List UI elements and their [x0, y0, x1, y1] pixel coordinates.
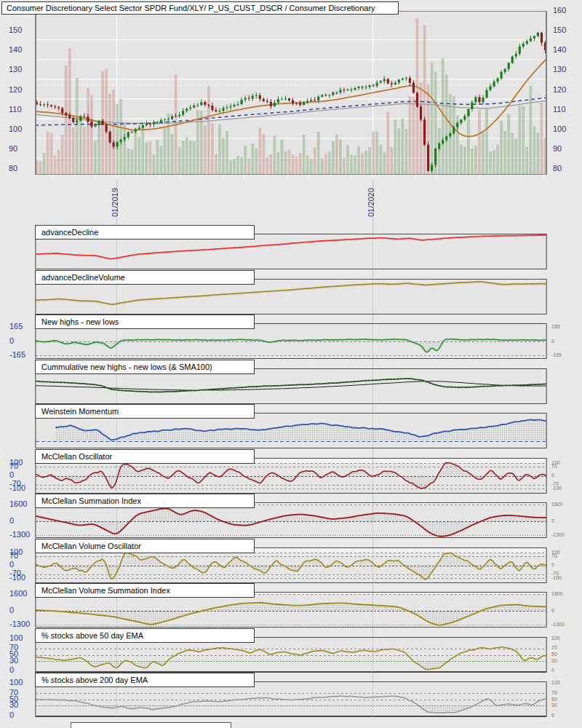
panel-y-tick-label: -1300	[551, 532, 565, 537]
indicator-panel-advanceDeclineVolume: advanceDeclineVolume	[0, 270, 582, 315]
panel-y-tick-label: 0	[9, 516, 14, 525]
panel-y-tick-label: 1600	[9, 499, 27, 508]
panel-y-tick-label: 165	[9, 322, 23, 331]
panel-y-tick-label: 30	[551, 703, 557, 708]
panel-y-tick-label: -100	[9, 483, 25, 492]
indicator-panel-mcclellanOscillator: McClellan Oscillator 100100707000-70-70-…	[0, 449, 582, 494]
panel-y-tick-label: 0	[9, 560, 14, 569]
panel-y-tick-label: 50	[551, 652, 557, 657]
main-y-tick-label: 80	[9, 164, 17, 173]
main-y-tick-label: 160	[553, 6, 566, 15]
indicator-panel-title: New highs - new lows	[35, 314, 255, 329]
panel-y-tick-label: 100	[9, 678, 23, 687]
panel-y-tick-label: -1300	[551, 622, 565, 627]
panel-y-tick-label: 70	[551, 645, 557, 650]
panel-y-tick-label: -100	[551, 575, 562, 580]
main-chart-canvas	[35, 11, 547, 183]
next-panel-label-cutoff	[71, 722, 231, 728]
x-axis-label-2019: 01/2019	[111, 179, 122, 217]
panel-y-tick-label: -100	[551, 486, 562, 491]
indicator-panel-title: McClellan Volume Oscillator	[35, 539, 255, 553]
panel-y-tick-label: 0	[9, 336, 14, 345]
x-axis-label-2020: 01/2020	[367, 179, 378, 217]
panel-y-tick-label: 0	[551, 339, 554, 344]
panel-y-tick-label: 100	[551, 680, 560, 685]
panel-y-tick-label: -165	[551, 352, 562, 357]
panel-y-tick-label: 0	[9, 606, 14, 614]
chart-title-box[interactable]: Consumer Discretionary Select Sector SPD…	[1, 1, 399, 15]
indicator-panel-weinsteinMomentum: Weinstein Momentum	[0, 404, 582, 449]
indicator-panel-title: % stocks above 50 day EMA	[35, 628, 255, 643]
indicator-panel-title: advanceDeclineVolume	[35, 270, 255, 285]
indicator-panel-mcclellanVolumeOscillator: McClellan Volume Oscillator 100100707000…	[0, 539, 582, 584]
indicator-panel-title: Weinstein Momentum	[35, 404, 255, 419]
panel-y-tick-label: 30	[551, 658, 557, 663]
main-y-tick-label: 130	[9, 65, 22, 74]
main-y-tick-label: 100	[553, 124, 566, 133]
charting-app-window: Consumer Discretionary Select Sector SPD…	[0, 0, 582, 728]
panel-y-tick-label: 70	[551, 690, 557, 695]
indicator-panel-title: % stocks above 200 day EMA	[35, 673, 255, 687]
chart-title-text: Consumer Discretionary Select Sector SPD…	[7, 4, 375, 12]
main-price-chart[interactable]	[35, 11, 547, 183]
indicator-panel-title: advanceDecline	[35, 225, 255, 240]
panel-y-tick-label: 70	[9, 551, 18, 560]
panel-y-tick-label: 1600	[551, 591, 563, 596]
panel-y-tick-label: 165	[551, 324, 560, 329]
panel-y-tick-label: 0	[9, 470, 14, 479]
indicator-panel-title: Cummulative new highs - new lows (& SMA1…	[35, 360, 255, 374]
main-y-tick-label: 130	[553, 65, 566, 74]
panel-y-tick-label: 30	[9, 656, 18, 665]
indicator-panel-advanceDecline: advanceDecline	[0, 225, 582, 270]
panel-y-tick-label: 70	[551, 464, 557, 469]
indicator-panel-newHighsNewLows: New highs - new lows 16516500-165-165	[0, 314, 582, 360]
panel-y-tick-label: 0	[551, 472, 554, 478]
panel-y-tick-label: 30	[9, 700, 18, 709]
main-y-tick-label: 80	[553, 164, 562, 173]
panel-y-tick-label: 0	[551, 562, 554, 567]
panel-y-tick-label: 1600	[551, 502, 563, 507]
panel-y-tick-label: -100	[9, 573, 25, 582]
main-y-tick-label: 120	[553, 85, 566, 94]
indicator-panel-mcclellanSummation: McClellan Summation Index 1600160000-130…	[0, 494, 582, 539]
indicator-panel-mcclellanVolumeSummation: McClellan Volume Summation Index 1600160…	[0, 583, 582, 628]
main-y-tick-label: 110	[553, 105, 566, 114]
main-y-tick-label: 110	[9, 105, 22, 114]
panel-y-tick-label: 0	[551, 608, 554, 613]
main-y-tick-label: 90	[9, 144, 17, 153]
indicator-panel-title: McClellan Oscillator	[35, 449, 255, 464]
main-y-tick-label: 150	[553, 25, 566, 34]
main-y-tick-label: 90	[553, 144, 562, 153]
indicator-panel-cumulativeNhNl: Cummulative new highs - new lows (& SMA1…	[0, 360, 582, 405]
indicator-panel-title: McClellan Summation Index	[35, 494, 255, 508]
main-y-tick-label: 120	[9, 85, 22, 94]
panel-y-tick-label: 100	[9, 633, 23, 642]
panel-y-tick-label: 100	[551, 636, 560, 641]
panel-y-tick-label: -165	[9, 350, 25, 359]
main-y-tick-label: 140	[9, 45, 22, 54]
indicator-panel-pctAbove50dayEMA: % stocks above 50 day EMA 10010070705050…	[0, 628, 582, 673]
panel-y-tick-label: 0	[9, 711, 14, 719]
panel-y-tick-label: 50	[551, 697, 557, 702]
main-y-tick-label: 150	[9, 25, 22, 34]
indicator-panel-title: McClellan Volume Summation Index	[35, 583, 255, 598]
panel-y-tick-label: 70	[551, 553, 557, 558]
panel-y-tick-label: 0	[551, 518, 554, 523]
main-y-tick-label: 100	[9, 124, 22, 133]
panel-y-tick-label: 0	[551, 713, 554, 718]
main-y-tick-label: 140	[553, 45, 566, 54]
indicator-panel-pctAbove200dayEMA: % stocks above 200 day EMA 1001007070505…	[0, 673, 582, 718]
panel-y-tick-label: 1600	[9, 589, 27, 598]
panel-y-tick-label: 70	[9, 462, 18, 470]
